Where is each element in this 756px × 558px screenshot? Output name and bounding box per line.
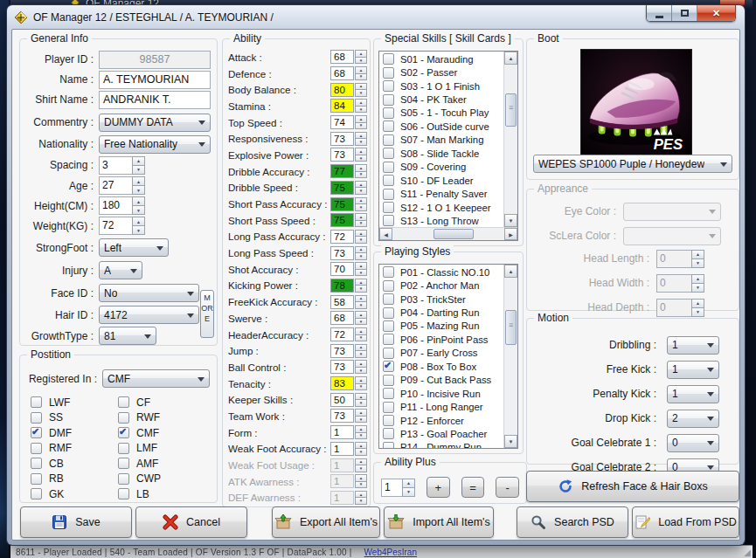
ability-stepper[interactable]	[355, 246, 367, 260]
skill-item[interactable]: S07 - Man Marking	[381, 134, 503, 147]
ability-stepper[interactable]	[355, 393, 367, 407]
more-button[interactable]: MORE	[200, 290, 214, 338]
cancel-button[interactable]: Cancel	[135, 506, 247, 538]
skill-item[interactable]: S08 - Slide Tackle	[381, 147, 503, 160]
age-stepper[interactable]: 27	[99, 176, 145, 195]
ability-value-field[interactable]: 1	[330, 491, 354, 505]
checkbox[interactable]	[118, 396, 129, 408]
ability-value-field[interactable]: 73	[330, 132, 354, 146]
position-checkbox-item[interactable]: CB	[31, 456, 118, 472]
ability-value-field[interactable]: 78	[330, 279, 354, 293]
ability-stepper[interactable]	[355, 50, 367, 64]
ability-stepper[interactable]	[355, 83, 367, 97]
checkbox[interactable]	[383, 80, 394, 92]
ability-stepper[interactable]	[355, 442, 367, 456]
maximize-button[interactable]	[672, 5, 697, 21]
position-checkbox-item[interactable]: CWP	[118, 472, 205, 487]
checkbox[interactable]	[118, 412, 129, 424]
ability-stepper[interactable]	[355, 279, 367, 293]
special-skills-list[interactable]: S01 - MaraudingS02 - PasserS03 - 1 O 1 F…	[378, 51, 518, 241]
ability-stepper[interactable]	[355, 230, 367, 244]
ability-stepper[interactable]	[355, 213, 367, 227]
ability-value-field[interactable]: 68	[330, 66, 354, 80]
shirt-name-field[interactable]	[99, 91, 211, 109]
style-item[interactable]: P11 - Long Ranger	[381, 400, 503, 413]
checkbox[interactable]	[383, 348, 394, 359]
skill-item[interactable]: S02 - Passer	[381, 65, 503, 79]
checkbox[interactable]	[383, 162, 394, 173]
style-item[interactable]: P01 - Classic NO.10	[381, 265, 503, 279]
load-from-psd-button[interactable]: Load From PSD	[632, 506, 739, 538]
position-checkbox-item[interactable]: LWF	[31, 395, 118, 410]
ability-value-field[interactable]: 75	[330, 181, 354, 195]
ability-value-field[interactable]: 1	[330, 442, 354, 456]
ability-stepper[interactable]	[355, 148, 367, 162]
skill-item[interactable]: S04 - PK Taker	[381, 93, 503, 106]
ability-stepper[interactable]	[355, 491, 367, 505]
scroll-left-icon[interactable]: ◀	[379, 228, 392, 240]
checkbox[interactable]	[383, 134, 394, 146]
position-checkbox-item[interactable]: RWF	[118, 410, 205, 426]
strongfoot-select[interactable]: Left	[99, 238, 169, 257]
style-item[interactable]: P07 - Early Cross	[381, 347, 503, 360]
checkbox[interactable]	[383, 107, 394, 119]
playing-styles-list[interactable]: P01 - Classic NO.10P02 - Anchor ManP03 -…	[378, 264, 518, 449]
registered-in-select[interactable]: CMF	[102, 369, 210, 388]
minimize-button[interactable]	[647, 5, 672, 21]
ability-value-field[interactable]: 84	[330, 99, 354, 113]
export-all-button[interactable]: Export All Item's	[272, 506, 380, 538]
scroll-up-icon[interactable]: ▲	[504, 265, 517, 278]
ability-stepper[interactable]	[355, 409, 367, 423]
checkbox[interactable]	[118, 443, 129, 454]
scroll-thumb[interactable]	[433, 229, 474, 239]
position-checkbox-item[interactable]: LMF	[118, 441, 205, 457]
checkbox[interactable]	[383, 442, 394, 448]
ability-value-field[interactable]: 73	[330, 148, 354, 162]
ability-plus-subtract-button[interactable]: -	[496, 477, 519, 498]
nationality-select[interactable]: Free Nationality	[99, 135, 211, 154]
ability-value-field[interactable]: 1	[330, 474, 354, 488]
ability-value-field[interactable]: 75	[330, 197, 354, 211]
close-button[interactable]: ✕	[697, 5, 735, 21]
style-item[interactable]: P06 - PinPoint Pass	[381, 333, 503, 346]
search-psd-button[interactable]: Search PSD	[517, 506, 628, 538]
ability-stepper[interactable]	[355, 425, 367, 439]
motion-select[interactable]: 1	[667, 385, 719, 403]
position-checkbox-item[interactable]: LB	[118, 486, 205, 502]
ability-stepper[interactable]	[355, 99, 367, 113]
checkbox[interactable]	[383, 428, 394, 439]
import-all-button[interactable]: Import All Item's	[384, 506, 494, 538]
ability-stepper[interactable]	[355, 295, 367, 309]
ability-stepper[interactable]	[355, 181, 367, 195]
ability-stepper[interactable]	[355, 197, 367, 211]
checkbox[interactable]	[383, 53, 394, 65]
ability-stepper[interactable]	[355, 262, 367, 276]
checkbox[interactable]	[383, 189, 394, 200]
checkbox[interactable]	[383, 293, 394, 305]
checkbox[interactable]	[31, 412, 42, 424]
ability-value-field[interactable]: 80	[330, 83, 354, 97]
resize-grip-icon[interactable]: ◢	[744, 548, 751, 557]
ability-value-field[interactable]: 50	[330, 393, 354, 407]
motion-select[interactable]: 1	[667, 361, 719, 379]
position-checkbox-item[interactable]: DMF	[31, 425, 118, 441]
checkbox[interactable]	[383, 402, 394, 413]
ability-value-field[interactable]: 68	[330, 50, 354, 64]
ability-stepper[interactable]	[355, 311, 367, 325]
ability-stepper[interactable]	[355, 360, 367, 374]
checkbox[interactable]	[383, 202, 394, 213]
checkbox[interactable]	[31, 443, 42, 454]
ability-value-field[interactable]: 74	[330, 115, 354, 129]
skill-item[interactable]: S13 - Long Throw	[381, 214, 503, 227]
position-checkbox-item[interactable]: GK	[31, 486, 118, 502]
vertical-scrollbar[interactable]: ▲ ▼	[503, 265, 517, 448]
ability-stepper[interactable]	[355, 376, 367, 390]
refresh-face-hair-button[interactable]: Refresh Face & Hair Boxs	[526, 471, 739, 502]
style-item[interactable]: P03 - TrickSter	[381, 293, 503, 306]
ability-stepper[interactable]	[355, 164, 367, 178]
scroll-up-icon[interactable]: ▲	[504, 52, 517, 65]
skill-item[interactable]: S06 - OutSide curve	[381, 120, 503, 133]
style-item[interactable]: P05 - Mazing Run	[381, 320, 503, 333]
ability-plus-stepper[interactable]: 1	[381, 479, 415, 497]
checkbox[interactable]	[383, 215, 394, 226]
